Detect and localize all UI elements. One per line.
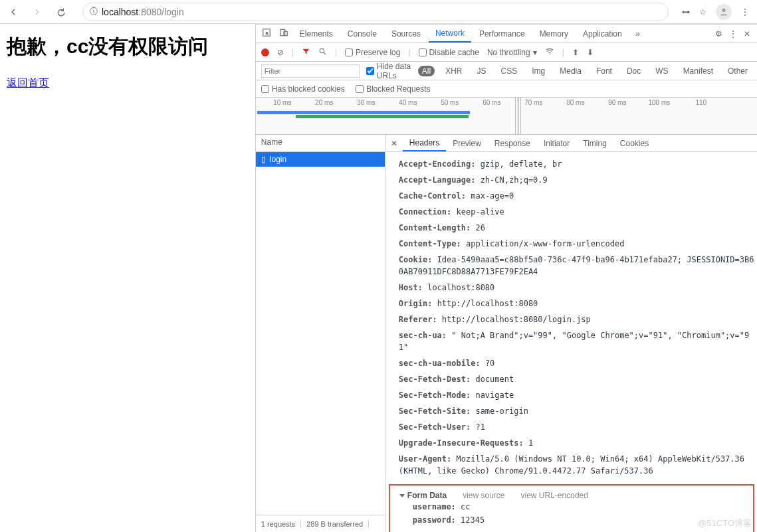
blocked-cookies-checkbox[interactable]: Has blocked cookies <box>261 84 345 94</box>
view-source-link[interactable]: view source <box>463 491 504 500</box>
header-row: Sec-Fetch-Site: same-origin <box>399 403 757 419</box>
timeline-tick: 50 ms <box>441 99 459 106</box>
filter-manifest[interactable]: Manifest <box>679 66 717 76</box>
tab-memory[interactable]: Memory <box>533 25 575 43</box>
disable-cache-checkbox[interactable]: Disable cache <box>419 48 479 57</box>
key-icon[interactable]: ⊶ <box>682 7 690 17</box>
filter-xhr[interactable]: XHR <box>441 66 466 76</box>
filter-all[interactable]: All <box>418 66 435 76</box>
header-row: Cookie: Idea-5490aaa5=c88bf5a0-736c-47f9… <box>399 252 757 280</box>
filter-css[interactable]: CSS <box>497 66 522 76</box>
settings-icon[interactable]: ⚙ <box>715 29 722 39</box>
triangle-down-icon[interactable] <box>399 494 405 497</box>
detail-tab-headers[interactable]: Headers <box>403 135 446 151</box>
svg-point-4 <box>320 48 324 53</box>
network-toolbar: ⊘ | | Preserve log | Disable cache No th… <box>256 43 757 62</box>
close-devtools-icon[interactable]: ✕ <box>744 29 750 39</box>
back-home-link[interactable]: 返回首页 <box>7 76 49 90</box>
header-row: Sec-Fetch-Mode: navigate <box>399 387 757 403</box>
site-info-icon[interactable]: ⓘ <box>90 6 98 17</box>
back-button[interactable] <box>5 4 21 20</box>
search-icon[interactable] <box>318 47 327 58</box>
header-row: Accept-Language: zh-CN,zh;q=0.9 <box>399 172 757 188</box>
tab-application[interactable]: Application <box>576 25 629 43</box>
forward-button[interactable] <box>29 4 45 20</box>
tab-performance[interactable]: Performance <box>473 25 532 43</box>
address-bar[interactable]: ⓘ localhost:8080/login <box>82 3 669 21</box>
tab-sources[interactable]: Sources <box>385 25 427 43</box>
tab-network[interactable]: Network <box>429 25 471 43</box>
column-name[interactable]: Name <box>256 135 385 152</box>
bookmark-icon[interactable]: ☆ <box>699 7 706 17</box>
timeline-tick: 100 ms <box>648 99 670 106</box>
filter-font[interactable]: Font <box>592 66 616 76</box>
filter-other[interactable]: Other <box>724 66 752 76</box>
view-url-encoded-link[interactable]: view URL-encoded <box>521 491 588 500</box>
header-row: Origin: http://localhost:8080 <box>399 296 757 311</box>
filter-input[interactable] <box>261 64 360 78</box>
detail-tab-preview[interactable]: Preview <box>446 135 488 151</box>
tab-console[interactable]: Console <box>341 25 383 43</box>
filter-ws[interactable]: WS <box>651 66 672 76</box>
timeline-tick: 70 ms <box>524 99 542 106</box>
close-detail-icon[interactable]: ✕ <box>385 139 403 148</box>
hide-data-urls-checkbox[interactable]: Hide data URLs <box>366 62 411 80</box>
more-tabs-icon[interactable]: » <box>630 29 646 39</box>
svg-point-5 <box>549 54 550 54</box>
detail-tab-timing[interactable]: Timing <box>576 135 613 151</box>
timeline-tick: 80 ms <box>566 99 584 106</box>
timeline-tick: 40 ms <box>399 99 417 106</box>
form-data-row: username: cc <box>399 500 753 513</box>
watermark: @51CTO博客 <box>698 517 752 529</box>
header-row: sec-ch-ua: " Not;A Brand";v="99", "Googl… <box>399 327 757 355</box>
filter-js[interactable]: JS <box>473 66 490 76</box>
detail-tab-cookies[interactable]: Cookies <box>613 135 655 151</box>
tab-elements[interactable]: Elements <box>293 25 340 43</box>
header-row: Accept-Encoding: gzip, deflate, br <box>399 156 757 172</box>
device-toggle-icon[interactable] <box>276 28 292 39</box>
devtools-panel: Elements Console Sources Network Perform… <box>255 24 757 532</box>
header-row: Sec-Fetch-User: ?1 <box>399 419 757 435</box>
browser-toolbar: ⓘ localhost:8080/login ⊶ ☆ ⋮ <box>0 0 757 24</box>
timeline-bar <box>296 115 469 118</box>
detail-tab-response[interactable]: Response <box>488 135 537 151</box>
preserve-log-checkbox[interactable]: Preserve log <box>345 48 400 57</box>
menu-icon[interactable]: ⋮ <box>741 7 749 17</box>
header-row: Referer: http://localhost:8080/login.jsp <box>399 311 757 327</box>
headers-body[interactable]: Accept-Encoding: gzip, deflate, brAccept… <box>385 152 757 532</box>
timeline-tick: 60 ms <box>483 99 500 106</box>
timeline-tick: 10 ms <box>273 99 291 106</box>
kebab-icon[interactable]: ⋮ <box>729 29 737 39</box>
header-row: Host: localhost:8080 <box>399 280 757 296</box>
filter-bar: Hide data URLs All XHR JS CSS Img Media … <box>256 62 757 80</box>
page-heading: 抱歉，cc没有权限访问 <box>7 33 249 60</box>
svg-rect-3 <box>284 31 287 35</box>
detail-tabs: ✕ Headers Preview Response Initiator Tim… <box>385 135 757 152</box>
svg-point-0 <box>722 8 725 11</box>
upload-icon[interactable]: ⬆ <box>572 48 579 57</box>
header-row: Upgrade-Insecure-Requests: 1 <box>399 435 757 451</box>
header-row: Content-Type: application/x-www-form-url… <box>399 236 757 252</box>
reload-button[interactable] <box>53 4 69 20</box>
header-row: Content-Length: 26 <box>399 220 757 236</box>
filter-doc[interactable]: Doc <box>623 66 645 76</box>
clear-icon[interactable]: ⊘ <box>277 48 284 57</box>
detail-tab-initiator[interactable]: Initiator <box>537 135 576 151</box>
record-button[interactable] <box>261 48 269 56</box>
inspect-icon[interactable] <box>259 28 274 39</box>
wifi-icon[interactable] <box>545 46 554 58</box>
network-timeline[interactable]: 10 ms20 ms30 ms40 ms50 ms60 ms70 ms80 ms… <box>256 98 757 135</box>
filter-media[interactable]: Media <box>556 66 586 76</box>
url-text: localhost:8080/login <box>102 7 184 17</box>
profile-avatar[interactable] <box>716 4 732 20</box>
header-row: sec-ch-ua-mobile: ?0 <box>399 355 757 371</box>
download-icon[interactable]: ⬇ <box>587 48 594 57</box>
document-icon: ▯ <box>261 155 266 164</box>
form-data-title: Form Data <box>407 491 447 500</box>
timeline-bar <box>257 111 470 114</box>
request-row-login[interactable]: ▯ login <box>256 152 385 167</box>
blocked-requests-checkbox[interactable]: Blocked Requests <box>356 84 431 94</box>
filter-icon[interactable] <box>302 47 310 58</box>
throttling-select[interactable]: No throttling ▾ <box>487 48 537 57</box>
filter-img[interactable]: Img <box>528 66 549 76</box>
